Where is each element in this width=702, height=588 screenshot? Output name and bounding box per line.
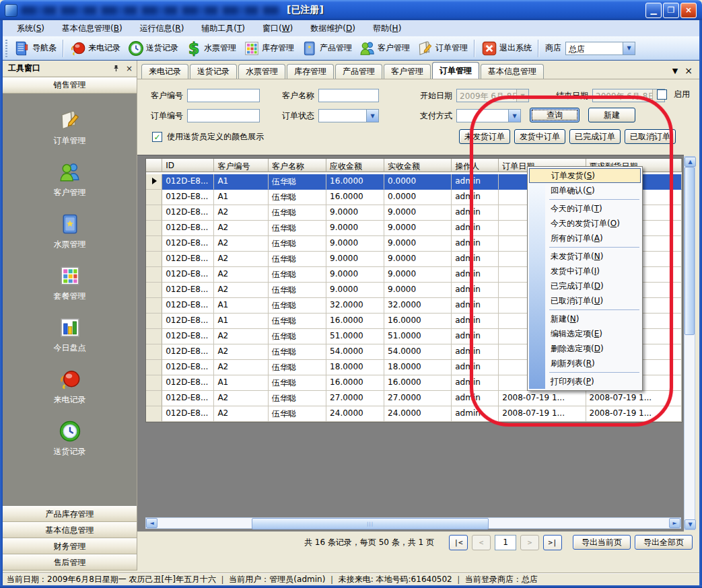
context-menu-item-今天的订单[interactable]: 今天的订单(T) [529, 201, 641, 216]
row-selector[interactable] [146, 174, 162, 190]
scroll-up-icon[interactable]: ▲ [685, 157, 696, 167]
context-menu-item-今天的发货订单[interactable]: 今天的发货订单(O) [529, 216, 641, 231]
status-filter-button-0[interactable]: 未发货订单 [459, 129, 510, 144]
tab-list-chevron-icon[interactable]: ▼ [672, 67, 678, 75]
toolbar-button-customers[interactable]: 客户管理 [355, 38, 413, 59]
row-selector[interactable] [146, 221, 162, 236]
close-button[interactable]: × [680, 3, 697, 18]
enable-checkbox[interactable] [657, 89, 667, 100]
shop-select[interactable]: 总店 ▼ [565, 42, 635, 55]
context-menu-item-回单确认[interactable]: 回单确认(C) [529, 183, 641, 198]
tab-送货记录[interactable]: 送货记录 [190, 64, 237, 79]
sidebar-group-2[interactable]: 财务管理 [3, 538, 137, 554]
sidebar-item-package-grid[interactable]: 套餐管理 [54, 264, 86, 302]
export-current-page-button[interactable]: 导出当前页 [573, 535, 631, 550]
scroll-left-icon[interactable]: ◄ [146, 518, 157, 528]
row-selector[interactable] [146, 267, 162, 283]
toolbar-button-order-scroll[interactable]: 订单管理 [413, 38, 471, 59]
context-menu-item-发货中订单[interactable]: 发货中订单(I) [529, 264, 641, 279]
tab-订单管理[interactable]: 订单管理 [432, 62, 479, 79]
prev-page-button[interactable]: < [472, 535, 491, 550]
query-button[interactable]: 查询 [530, 108, 580, 122]
end-date-picker[interactable]: 2009年 6月 8日 ▼ [592, 89, 665, 102]
column-header-5[interactable]: 操作人 [452, 159, 499, 172]
toolbar-grip[interactable] [5, 40, 7, 57]
tab-close-icon[interactable]: × [685, 65, 693, 76]
customer-no-input[interactable] [187, 89, 260, 102]
tab-库存管理[interactable]: 库存管理 [287, 64, 334, 79]
row-selector[interactable] [146, 406, 162, 422]
toolbar-button-dollar[interactable]: $水票管理 [182, 38, 240, 59]
status-filter-button-1[interactable]: 发货中订单 [514, 129, 565, 144]
last-page-button[interactable]: >| [543, 535, 562, 550]
toolbar-button-delivery-clock[interactable]: 送货记录 [124, 38, 182, 59]
toolbar-button-product[interactable]: 产品管理 [297, 38, 355, 59]
context-menu-item-编辑选定项[interactable]: 编辑选定项(E) [529, 326, 641, 341]
sidebar-item-water-ticket[interactable]: 水票管理 [54, 212, 86, 250]
sidebar-item-delivery-clock[interactable]: 送货记录 [54, 419, 86, 457]
sidebar-item-stocktake-chart[interactable]: 今日盘点 [54, 316, 86, 354]
toolbar-button-navigator[interactable]: 导航条 [10, 38, 60, 59]
toolbar-button-incoming-call[interactable]: 来电记录 [66, 38, 124, 59]
context-menu-item-已完成订单[interactable]: 已完成订单(D) [529, 279, 641, 293]
row-selector[interactable] [146, 314, 162, 329]
row-selector[interactable] [146, 298, 162, 314]
context-menu-item-删除选定项[interactable]: 删除选定项(D) [529, 341, 641, 356]
status-filter-button-2[interactable]: 已完成订单 [569, 129, 621, 144]
table-row[interactable]: 012D-E8...A2伍华聪27.000027.0000admin2008-0… [146, 391, 682, 406]
row-selector[interactable] [146, 236, 162, 252]
row-selector[interactable] [146, 360, 162, 375]
row-selector[interactable] [146, 391, 162, 406]
toolbar-button-exit[interactable]: 退出系统 [477, 38, 535, 59]
row-selector[interactable] [146, 344, 162, 360]
tab-水票管理[interactable]: 水票管理 [238, 64, 285, 79]
tool-window-close-icon[interactable]: × [125, 64, 134, 73]
export-all-pages-button[interactable]: 导出全部页 [635, 535, 693, 550]
menubar-item-W[interactable]: 窗口(W) [254, 21, 302, 36]
scroll-right-icon[interactable]: ► [669, 518, 680, 528]
menubar-item-S[interactable]: 系统(S) [8, 21, 53, 36]
horizontal-scroll-thumb[interactable]: ||| [252, 518, 489, 529]
column-header-2[interactable]: 客户名称 [269, 159, 326, 172]
sidebar-item-customers[interactable]: 客户管理 [54, 160, 86, 198]
sidebar-group-1[interactable]: 基本信息管理 [3, 522, 137, 538]
maximize-button[interactable]: ❐ [663, 3, 679, 18]
scroll-down-icon[interactable]: ▼ [685, 519, 696, 529]
color-display-checkbox[interactable]: ✓ [152, 132, 162, 142]
toolbar-button-inventory-grid[interactable]: 库存管理 [240, 38, 297, 59]
context-menu-item-所有的订单[interactable]: 所有的订单(A) [529, 231, 641, 246]
row-selector[interactable] [146, 190, 162, 205]
column-header-3[interactable]: 应收金额 [326, 159, 384, 172]
tab-来电记录[interactable]: 来电记录 [141, 64, 188, 79]
tab-基本信息管理[interactable]: 基本信息管理 [481, 64, 544, 79]
horizontal-scrollbar[interactable]: ◄ ||| ► [145, 517, 681, 529]
page-number-input[interactable] [495, 535, 516, 550]
pin-icon[interactable] [111, 64, 120, 73]
sidebar-group-0[interactable]: 产品库存管理 [3, 506, 137, 522]
row-selector[interactable] [146, 283, 162, 298]
status-filter-button-3[interactable]: 已取消订单 [625, 129, 676, 144]
row-selector[interactable] [146, 205, 162, 221]
vertical-scroll-thumb[interactable] [685, 167, 695, 335]
sidebar-item-order-scroll[interactable]: 订单管理 [54, 108, 86, 147]
sidebar-group-3[interactable]: 售后管理 [3, 554, 137, 571]
sidebar-item-incoming-call[interactable]: 来电记录 [54, 367, 86, 406]
minimize-button[interactable]: ▁ [645, 3, 662, 18]
column-header-4[interactable]: 实收金额 [384, 159, 452, 172]
menubar-item-D[interactable]: 数据维护(D) [302, 21, 364, 36]
menubar-item-H[interactable]: 帮助(H) [364, 21, 410, 36]
sidebar-group-sales[interactable]: 销售管理 [3, 77, 137, 94]
context-menu-item-已取消订单[interactable]: 已取消订单(U) [529, 293, 641, 308]
context-menu-item-打印列表[interactable]: 打印列表(P) [529, 374, 641, 389]
column-header-0[interactable]: ID [162, 159, 214, 172]
menubar-item-T[interactable]: 辅助工具(T) [192, 21, 254, 36]
context-menu-item-订单发货[interactable]: 订单发货(S) [529, 168, 641, 183]
tab-客户管理[interactable]: 客户管理 [384, 64, 431, 79]
titlebar[interactable]: [已注册] ▁ ❐ × [0, 0, 702, 20]
order-status-select[interactable]: ▼ [318, 109, 379, 122]
vertical-scrollbar[interactable]: ▲ ▼ [684, 156, 695, 530]
menubar-item-R[interactable]: 运行信息(R) [131, 21, 193, 36]
first-page-button[interactable]: |< [449, 535, 468, 550]
order-no-input[interactable] [187, 109, 260, 122]
table-row[interactable]: 012D-E8...A2伍华聪24.000024.0000admin2008-0… [146, 406, 682, 422]
